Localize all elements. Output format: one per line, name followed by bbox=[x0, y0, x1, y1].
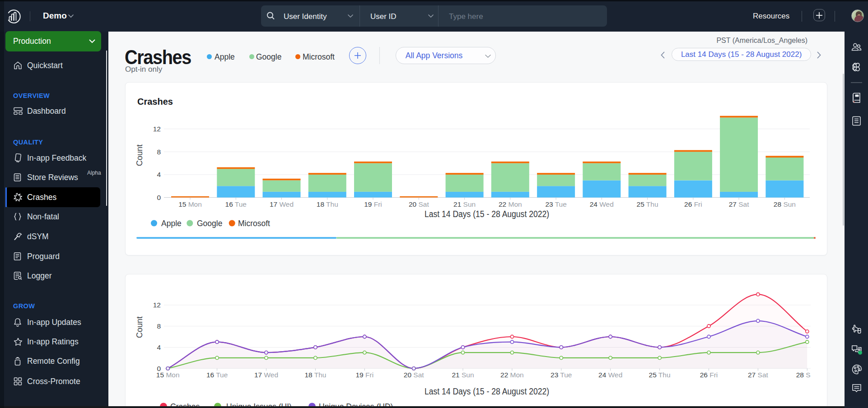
svg-text:24 Wed: 24 Wed bbox=[590, 200, 614, 208]
svg-text:18 Thu: 18 Thu bbox=[317, 200, 338, 208]
svg-text:21 Sun: 21 Sun bbox=[452, 371, 474, 379]
svg-text:0: 0 bbox=[157, 194, 161, 201]
svg-text:8: 8 bbox=[157, 148, 161, 156]
svg-text:25 Thu: 25 Thu bbox=[637, 200, 658, 208]
svg-text:4: 4 bbox=[157, 343, 161, 351]
svg-text:16 Tue: 16 Tue bbox=[225, 200, 247, 208]
svg-text:12: 12 bbox=[153, 301, 161, 309]
svg-text:20 Sat: 20 Sat bbox=[404, 371, 425, 379]
svg-text:Count: Count bbox=[135, 316, 144, 338]
svg-text:Last 14 Days (15 - 28 August 2: Last 14 Days (15 - 28 August 2022) bbox=[425, 386, 549, 396]
svg-text:23 Tue: 23 Tue bbox=[551, 371, 572, 379]
svg-text:Microsoft: Microsoft bbox=[238, 219, 270, 228]
svg-text:24 Wed: 24 Wed bbox=[598, 371, 622, 379]
svg-text:Count: Count bbox=[135, 144, 144, 166]
svg-text:28 Sun: 28 Sun bbox=[774, 200, 796, 208]
svg-text:17 Wed: 17 Wed bbox=[270, 200, 294, 208]
svg-text:4: 4 bbox=[157, 171, 161, 178]
svg-text:19 Fri: 19 Fri bbox=[364, 200, 382, 208]
svg-text:19 Fri: 19 Fri bbox=[355, 371, 373, 379]
svg-text:26 Fri: 26 Fri bbox=[700, 371, 718, 379]
svg-text:22 Mon: 22 Mon bbox=[500, 371, 524, 379]
svg-text:26 Fri: 26 Fri bbox=[684, 200, 702, 208]
svg-text:22 Mon: 22 Mon bbox=[499, 200, 522, 208]
svg-text:28 Sun: 28 Sun bbox=[796, 371, 811, 379]
svg-text:12: 12 bbox=[153, 125, 161, 133]
svg-text:Apple: Apple bbox=[161, 219, 182, 228]
svg-text:21 Sun: 21 Sun bbox=[453, 200, 476, 208]
svg-text:16 Tue: 16 Tue bbox=[206, 371, 228, 379]
svg-text:23 Tue: 23 Tue bbox=[545, 200, 566, 208]
svg-text:27 Sat: 27 Sat bbox=[748, 371, 769, 379]
svg-text:15 Mon: 15 Mon bbox=[156, 371, 180, 379]
svg-text:17 Wed: 17 Wed bbox=[254, 371, 278, 379]
svg-text:18 Thu: 18 Thu bbox=[304, 371, 326, 379]
svg-text:20 Sat: 20 Sat bbox=[409, 200, 429, 208]
svg-text:25 Thu: 25 Thu bbox=[649, 371, 671, 379]
svg-text:8: 8 bbox=[157, 322, 161, 330]
svg-text:27 Sat: 27 Sat bbox=[729, 200, 750, 208]
svg-text:Last 14 Days (15 - 28 August 2: Last 14 Days (15 - 28 August 2022) bbox=[425, 209, 549, 219]
svg-text:15 Mon: 15 Mon bbox=[178, 200, 202, 208]
svg-text:Google: Google bbox=[197, 219, 222, 228]
